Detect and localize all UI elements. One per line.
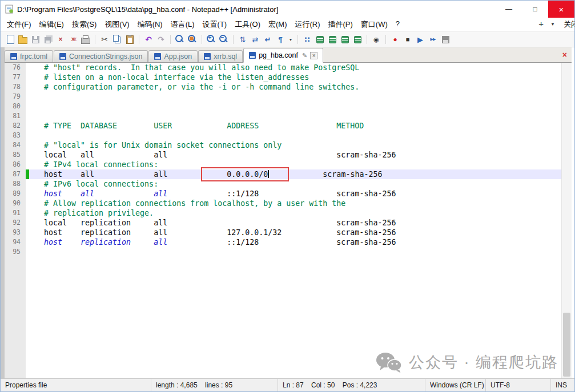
redo-icon[interactable]: ↷ xyxy=(156,34,166,45)
editor-line-86[interactable]: 86# IPv4 local connections: xyxy=(5,160,572,169)
line-text xyxy=(29,111,572,121)
menu-item-10[interactable]: 插件(P) xyxy=(324,18,357,31)
editor-line-95[interactable]: 95 xyxy=(5,247,572,257)
editor-line-91[interactable]: 91# replication privilege. xyxy=(5,208,572,218)
notepadpp-app-icon xyxy=(5,5,14,14)
editor-line-92[interactable]: 92local replication all scram-sha-256 xyxy=(5,218,572,228)
code-segment: ::1/128 scram-sha-256 xyxy=(227,238,396,246)
document-list-icon[interactable] xyxy=(340,34,350,45)
document-map-icon[interactable] xyxy=(327,34,337,45)
close-tab-icon[interactable]: × xyxy=(310,52,317,59)
editor-line-90[interactable]: 90# Allow replication connections from l… xyxy=(5,199,572,208)
editor-line-79[interactable]: 79 xyxy=(5,92,572,102)
editor-line-87[interactable]: 87host all all 0.0.0.0/0 scram-sha-256 xyxy=(5,169,572,179)
editor-line-81[interactable]: 81 xyxy=(5,111,572,121)
menu-item-1[interactable]: 编辑(E) xyxy=(35,18,68,31)
close-all-icon[interactable]: × xyxy=(68,34,78,45)
maximize-button[interactable]: □ xyxy=(522,1,548,18)
editor-line-82[interactable]: 82# TYPE DATABASE USER ADDRESS METHOD xyxy=(5,121,572,131)
open-file-icon[interactable] xyxy=(18,34,28,45)
word-wrap-icon[interactable]: ↵ xyxy=(263,34,273,45)
zoom-out-icon[interactable] xyxy=(219,34,229,45)
menu-item-3[interactable]: 视图(V) xyxy=(100,18,133,31)
tab-ConnectionStrings.json[interactable]: ConnectionStrings.json xyxy=(54,50,148,62)
monitoring-icon[interactable]: ◉ xyxy=(371,34,381,45)
line-number: 85 xyxy=(5,150,26,160)
editor-line-93[interactable]: 93host replication all 127.0.0.1/32 scra… xyxy=(5,228,572,237)
tab-label: xrrb.sql xyxy=(214,52,237,60)
record-macro-icon[interactable]: ● xyxy=(390,34,400,45)
save-icon[interactable] xyxy=(30,34,41,45)
undo-icon[interactable]: ↶ xyxy=(143,34,154,45)
minimize-button[interactable]: — xyxy=(496,1,522,18)
show-symbol-dropdown-icon[interactable]: ▼ xyxy=(288,34,293,45)
tab-xrrb.sql[interactable]: xrrb.sql xyxy=(198,50,243,62)
editor-line-88[interactable]: 88# IPv6 local connections: xyxy=(5,179,572,189)
menu-item-4[interactable]: 编码(N) xyxy=(134,18,167,31)
scrollbar-thumb[interactable] xyxy=(563,313,570,377)
find-icon[interactable] xyxy=(175,34,185,45)
line-number: 88 xyxy=(5,179,26,189)
editor-line-76[interactable]: 76# "host" records. In that case you wil… xyxy=(5,63,572,72)
save-all-icon[interactable] xyxy=(43,34,53,45)
line-text: local replication all scram-sha-256 xyxy=(29,218,572,228)
save-macro-icon-shape xyxy=(442,36,449,43)
sync-horizontal-icon[interactable]: ⇄ xyxy=(250,34,260,45)
stop-macro-icon[interactable]: ■ xyxy=(403,34,413,45)
toolbar: ××✂↶↷⇅⇄↵¶▼∷◉●■▶▶▶ xyxy=(1,31,574,47)
close-file-icon[interactable]: × xyxy=(55,34,66,45)
editor-line-84[interactable]: 84# "local" is for Unix domain socket co… xyxy=(5,140,572,150)
line-number: 95 xyxy=(5,247,26,257)
menu-item-0[interactable]: 文件(F) xyxy=(3,18,35,31)
save-macro-icon[interactable] xyxy=(440,34,451,45)
zoom-in-icon[interactable] xyxy=(206,34,216,45)
editor-line-83[interactable]: 83 xyxy=(5,131,572,140)
editor-line-78[interactable]: 78# configuration parameter, or via the … xyxy=(5,82,572,92)
save-icon-shape xyxy=(32,36,39,43)
editor[interactable]: 76# "host" records. In that case you wil… xyxy=(5,63,572,382)
cut-icon[interactable]: ✂ xyxy=(99,34,110,45)
menu-item-5[interactable]: 语言(L) xyxy=(167,18,199,31)
line-number: 77 xyxy=(5,72,26,82)
editor-line-80[interactable]: 80 xyxy=(5,102,572,111)
tab-list-dropdown-icon[interactable]: ▼ xyxy=(550,22,555,27)
line-text: # Allow replication connections from loc… xyxy=(29,199,572,208)
play-macro-icon[interactable]: ▶ xyxy=(415,34,425,45)
status-insert-mode: INS xyxy=(550,379,574,391)
print-icon[interactable] xyxy=(81,34,91,45)
vertical-scrollbar[interactable] xyxy=(561,63,572,382)
menu-item-7[interactable]: 工具(O) xyxy=(231,18,264,31)
editor-line-85[interactable]: 85local all all scram-sha-256 xyxy=(5,150,572,160)
menu-item-9[interactable]: 运行(R) xyxy=(291,18,324,31)
zoom-in-icon-shape xyxy=(207,35,214,42)
folder-workspace-icon[interactable] xyxy=(352,34,363,45)
new-tab-button[interactable]: + xyxy=(538,19,544,29)
show-all-characters-icon[interactable]: ¶ xyxy=(275,34,286,45)
editor-line-89[interactable]: 89host all all ::1/128 scram-sha-256 xyxy=(5,189,572,199)
line-number: 90 xyxy=(5,199,26,208)
tab-bar-close-icon[interactable]: × xyxy=(562,50,567,59)
pin-tab-icon[interactable]: ✎ xyxy=(302,52,307,59)
menu-item-6[interactable]: 设置(T) xyxy=(199,18,231,31)
tab-frpc.toml[interactable]: frpc.toml xyxy=(5,50,53,62)
run-macro-multi-icon[interactable]: ▶▶ xyxy=(428,34,438,45)
sync-vertical-icon[interactable]: ⇅ xyxy=(238,34,248,45)
menu-item-8[interactable]: 宏(M) xyxy=(264,18,291,31)
new-file-icon[interactable] xyxy=(5,34,15,45)
tab-App.json[interactable]: App.json xyxy=(148,50,198,62)
menu-item-11[interactable]: 窗口(W) xyxy=(357,18,392,31)
editor-line-77[interactable]: 77# listen on a non-local interface via … xyxy=(5,72,572,82)
menu-item-2[interactable]: 搜索(S) xyxy=(68,18,100,31)
line-text: # "local" is for Unix domain socket conn… xyxy=(29,140,572,150)
menu-item-12[interactable]: ? xyxy=(392,18,404,31)
paste-icon[interactable] xyxy=(124,34,135,45)
document-map-icon-shape xyxy=(329,36,336,43)
tab-pg_hba.conf[interactable]: pg_hba.conf✎× xyxy=(243,48,323,63)
close-button[interactable]: × xyxy=(548,1,574,18)
replace-icon[interactable] xyxy=(187,34,198,45)
indent-guide-icon[interactable]: ∷ xyxy=(302,34,312,45)
editor-line-94[interactable]: 94host replication all ::1/128 scram-sha… xyxy=(5,237,572,247)
copy-icon[interactable] xyxy=(112,34,122,45)
menu-bar-items: 文件(F)编辑(E)搜索(S)视图(V)编码(N)语言(L)设置(T)工具(O)… xyxy=(3,18,404,31)
function-list-icon[interactable] xyxy=(315,34,325,45)
